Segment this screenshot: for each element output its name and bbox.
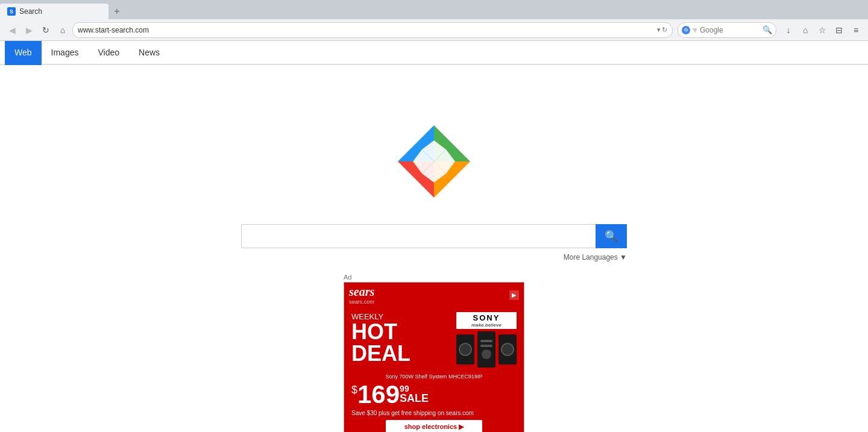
tab-bar: S Search + bbox=[0, 0, 868, 19]
address-dropdown-icon[interactable]: ▾ bbox=[657, 26, 661, 34]
address-refresh-icon[interactable]: ↻ bbox=[662, 26, 667, 34]
main-content: 🔍 More Languages ▼ Ad sears sears.com ▶ … bbox=[0, 65, 868, 432]
refresh-button[interactable]: ↻ bbox=[39, 23, 53, 37]
google-icon: G bbox=[682, 26, 690, 34]
ad-content: WEEKLY HOT DEAL SONY make.believe bbox=[344, 307, 524, 372]
tab-images[interactable]: Images bbox=[42, 41, 89, 65]
google-search-submit[interactable]: 🔍 bbox=[763, 25, 772, 34]
ad-stereo-image bbox=[456, 331, 517, 368]
menu-icon[interactable]: ≡ bbox=[849, 23, 863, 37]
ad-headline2: HOT bbox=[351, 321, 451, 343]
ad-price-section: $ 169 99 SALE bbox=[344, 381, 524, 409]
google-search-box[interactable]: G ▾ 🔍 bbox=[678, 22, 776, 38]
google-search-input[interactable] bbox=[700, 26, 760, 34]
nav-right-icons: ↓ ⌂ ☆ ⊟ ≡ bbox=[781, 23, 863, 37]
ad-sony-label: SONY make.believe bbox=[456, 312, 517, 329]
more-languages[interactable]: More Languages ▼ bbox=[241, 253, 627, 261]
active-tab[interactable]: S Search bbox=[0, 4, 108, 19]
ad-save-text: Save $30 plus get free shipping on sears… bbox=[344, 409, 524, 418]
home-button[interactable]: ⌂ bbox=[55, 23, 70, 37]
ad-price-sale: SALE bbox=[400, 393, 429, 404]
forward-button[interactable]: ▶ bbox=[22, 23, 36, 37]
address-bar-right: ▾ ↻ bbox=[657, 26, 667, 34]
ad-image-section: SONY make.believe bbox=[456, 312, 517, 368]
nav-bar: ◀ ▶ ↻ ⌂ www.start-search.com ▾ ↻ G ▾ 🔍 ↓… bbox=[0, 19, 868, 41]
bookmarks-icon[interactable]: ⊟ bbox=[832, 23, 846, 37]
tab-web[interactable]: Web bbox=[5, 41, 42, 65]
ad-container: Ad sears sears.com ▶ WEEKLY HOT DEAL bbox=[344, 274, 524, 432]
logo-svg bbox=[386, 113, 482, 210]
search-input[interactable] bbox=[241, 224, 596, 248]
search-button[interactable]: 🔍 bbox=[596, 224, 627, 248]
google-search-separator: ▾ bbox=[693, 24, 697, 36]
ad-close-button[interactable]: ▶ bbox=[509, 290, 519, 300]
ad-shop-button[interactable]: shop electronics ▶ bbox=[386, 420, 482, 432]
ad-top-bar: sears sears.com ▶ bbox=[344, 283, 524, 307]
search-container: 🔍 bbox=[241, 224, 627, 248]
ad-label: Ad bbox=[344, 274, 524, 281]
download-button[interactable]: ↓ bbox=[781, 23, 796, 37]
address-url: www.start-search.com bbox=[78, 26, 655, 34]
tab-news[interactable]: News bbox=[129, 41, 169, 65]
logo-container bbox=[386, 113, 482, 212]
ad-price-cents: 99 bbox=[400, 384, 429, 393]
tab-title: Search bbox=[19, 7, 42, 16]
ad-price-main: 169 bbox=[357, 382, 400, 407]
ad-product-name: Sony 700W Shelf System MHCEC919IP bbox=[344, 372, 524, 381]
ad-store-logo: sears sears.com bbox=[349, 285, 374, 305]
ad-banner[interactable]: sears sears.com ▶ WEEKLY HOT DEAL SONY m… bbox=[344, 282, 524, 432]
home-icon[interactable]: ⌂ bbox=[798, 23, 813, 37]
search-button-icon: 🔍 bbox=[605, 230, 618, 243]
ad-text-section: WEEKLY HOT DEAL bbox=[351, 312, 451, 365]
ad-headline3: DEAL bbox=[351, 343, 451, 365]
ad-price-dollar: $ bbox=[351, 384, 357, 395]
back-button[interactable]: ◀ bbox=[5, 23, 19, 37]
page-tabs: Web Images Video News bbox=[0, 41, 868, 65]
bookmark-star-icon[interactable]: ☆ bbox=[815, 23, 829, 37]
address-bar[interactable]: www.start-search.com ▾ ↻ bbox=[72, 22, 673, 38]
new-tab-button[interactable]: + bbox=[108, 4, 125, 19]
tab-video[interactable]: Video bbox=[88, 41, 129, 65]
tab-favicon: S bbox=[7, 7, 16, 16]
